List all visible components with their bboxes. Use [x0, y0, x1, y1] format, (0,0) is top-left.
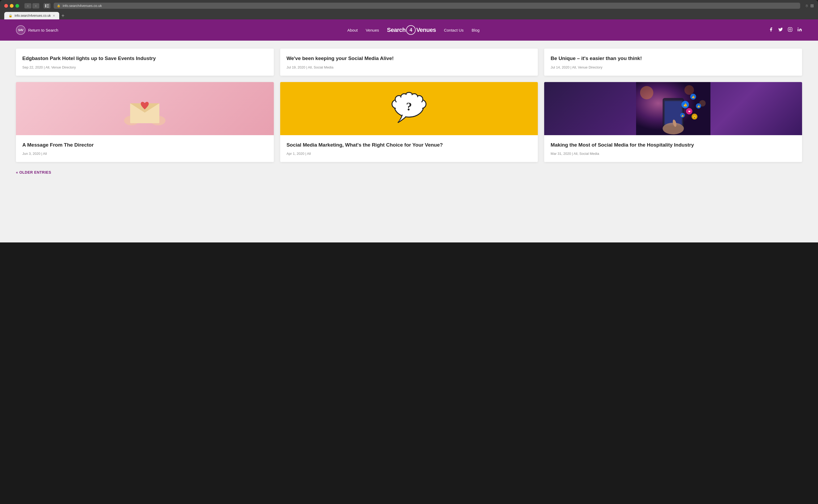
svg-rect-6 [798, 29, 798, 31]
svg-text:👍: 👍 [681, 114, 684, 117]
svg-point-23 [406, 93, 412, 100]
post-title-4: A Message From The Director [22, 142, 267, 149]
posts-grid: Edgbaston Park Hotel lights up to Save E… [16, 49, 802, 162]
svg-point-21 [396, 97, 402, 102]
post-card-body-3: Be Unique – it's easier than you think! … [544, 49, 802, 76]
back-button[interactable]: ‹ [24, 3, 31, 8]
site-header: S4V Return to Search About Venues Search… [0, 19, 818, 41]
svg-point-24 [402, 95, 407, 100]
svg-point-29 [684, 85, 694, 95]
lock-icon: 🔒 [57, 4, 61, 7]
return-to-search-link[interactable]: S4V Return to Search [16, 25, 58, 35]
post-meta-3: Jul 14, 2020 | All, Venue Directory [551, 65, 796, 69]
social-media-svg: 👍 👍 ❤ 👍 😮 [636, 82, 710, 135]
nav-buttons: ‹ › [24, 3, 39, 8]
post-card-body-6: Making the Most of Social Media for the … [544, 135, 802, 162]
post-image-5: ? [280, 82, 538, 135]
browser-actions: ⎏ ⊞ [806, 3, 814, 8]
forward-button[interactable]: › [32, 3, 39, 8]
pagination: « OLDER ENTRIES [16, 170, 802, 180]
browser-window: ‹ › 🔒 info.search4venues.co.uk ⎏ ⊞ 🔒 inf… [0, 0, 818, 19]
svg-text:😮: 😮 [693, 115, 696, 119]
post-meta-4: Jun 3, 2020 | All [22, 152, 267, 156]
share-button[interactable]: ⎏ [806, 3, 808, 8]
minimize-button[interactable] [10, 4, 14, 8]
s4v-logo: S4V [16, 25, 25, 35]
post-title-6: Making the Most of Social Media for the … [551, 142, 796, 149]
older-entries-link[interactable]: « OLDER ENTRIES [16, 170, 51, 174]
main-content: Edgbaston Park Hotel lights up to Save E… [0, 41, 818, 193]
svg-text:👍: 👍 [692, 95, 695, 99]
traffic-lights [4, 4, 19, 8]
new-tab-button[interactable]: + [59, 13, 67, 18]
svg-point-34 [663, 123, 684, 134]
svg-text:?: ? [406, 100, 412, 113]
active-tab[interactable]: 🔒 info.search4venues.co.uk × [4, 12, 59, 19]
return-to-search-label: Return to Search [28, 28, 58, 32]
post-title-2: We've been keeping your Social Media Ali… [287, 55, 532, 62]
post-card-body-4: A Message From The Director Jun 3, 2020 … [16, 135, 274, 162]
post-card-5[interactable]: ? Social Media Marketing, What's the Rig… [280, 82, 538, 162]
svg-rect-4 [788, 27, 792, 31]
twitter-icon[interactable] [778, 27, 783, 33]
tab-bar: 🔒 info.search4venues.co.uk × + [4, 11, 814, 19]
post-card-6[interactable]: 👍 👍 ❤ 👍 😮 [544, 82, 802, 162]
question-bubble-svg: ? [388, 91, 430, 126]
post-title-5: Social Media Marketing, What's the Right… [287, 142, 532, 149]
envelope-svg [123, 91, 166, 126]
logo-text-search: Search [387, 27, 406, 33]
svg-text:👍: 👍 [683, 102, 688, 107]
instagram-icon[interactable] [788, 27, 793, 33]
add-tab-button[interactable]: ⊞ [810, 3, 814, 8]
post-meta-1: Sep 22, 2020 | All, Venue Directory [22, 65, 267, 69]
logo-circle-4: 4 [406, 25, 416, 35]
svg-point-22 [416, 97, 422, 102]
svg-rect-0 [45, 4, 46, 7]
site-logo: Search 4 Venues [387, 25, 436, 35]
svg-rect-2 [47, 6, 49, 6]
post-card-body-2: We've been keeping your Social Media Ali… [280, 49, 538, 76]
post-card-4[interactable]: A Message From The Director Jun 3, 2020 … [16, 82, 274, 162]
nav-contact[interactable]: Contact Us [444, 28, 463, 32]
post-title-3: Be Unique – it's easier than you think! [551, 55, 796, 62]
svg-point-25 [412, 95, 417, 100]
main-nav: About Venues Search 4 Venues Contact Us … [347, 25, 480, 35]
tab-close-button[interactable]: × [53, 14, 55, 18]
post-title-1: Edgbaston Park Hotel lights up to Save E… [22, 55, 267, 62]
post-card-3[interactable]: Be Unique – it's easier than you think! … [544, 49, 802, 76]
post-card-body-5: Social Media Marketing, What's the Right… [280, 135, 538, 162]
nav-about[interactable]: About [347, 28, 358, 32]
post-card-2[interactable]: We've been keeping your Social Media Ali… [280, 49, 538, 76]
post-card-body-1: Edgbaston Park Hotel lights up to Save E… [16, 49, 274, 76]
nav-blog[interactable]: Blog [472, 28, 480, 32]
social-links [769, 27, 802, 33]
nav-venues[interactable]: Venues [366, 28, 379, 32]
post-meta-5: Apr 1, 2020 | All [287, 152, 532, 156]
address-bar[interactable]: 🔒 info.search4venues.co.uk [54, 3, 800, 9]
facebook-icon[interactable] [769, 27, 773, 33]
svg-point-7 [798, 27, 798, 28]
svg-point-28 [640, 86, 653, 99]
tab-favicon: 🔒 [8, 14, 12, 18]
svg-text:👍: 👍 [697, 105, 700, 108]
url-text: info.search4venues.co.uk [63, 4, 102, 8]
fullscreen-button[interactable] [15, 4, 19, 8]
svg-rect-3 [47, 7, 49, 7]
page-content: S4V Return to Search About Venues Search… [0, 19, 818, 242]
close-button[interactable] [4, 4, 8, 8]
linkedin-icon[interactable] [797, 27, 802, 33]
post-image-6: 👍 👍 ❤ 👍 😮 [544, 82, 802, 135]
svg-rect-1 [47, 4, 49, 5]
post-image-4 [16, 82, 274, 135]
post-meta-2: Jul 19, 2020 | All, Social Media [287, 65, 532, 69]
post-meta-6: Mar 31, 2020 | All, Social Media [551, 152, 796, 156]
browser-toolbar: ‹ › 🔒 info.search4venues.co.uk ⎏ ⊞ [4, 3, 814, 9]
svg-text:❤: ❤ [688, 110, 690, 113]
tab-title: info.search4venues.co.uk [15, 14, 51, 18]
logo-text-venues: Venues [416, 27, 436, 33]
post-card-1[interactable]: Edgbaston Park Hotel lights up to Save E… [16, 49, 274, 76]
sidebar-button[interactable] [44, 3, 50, 8]
